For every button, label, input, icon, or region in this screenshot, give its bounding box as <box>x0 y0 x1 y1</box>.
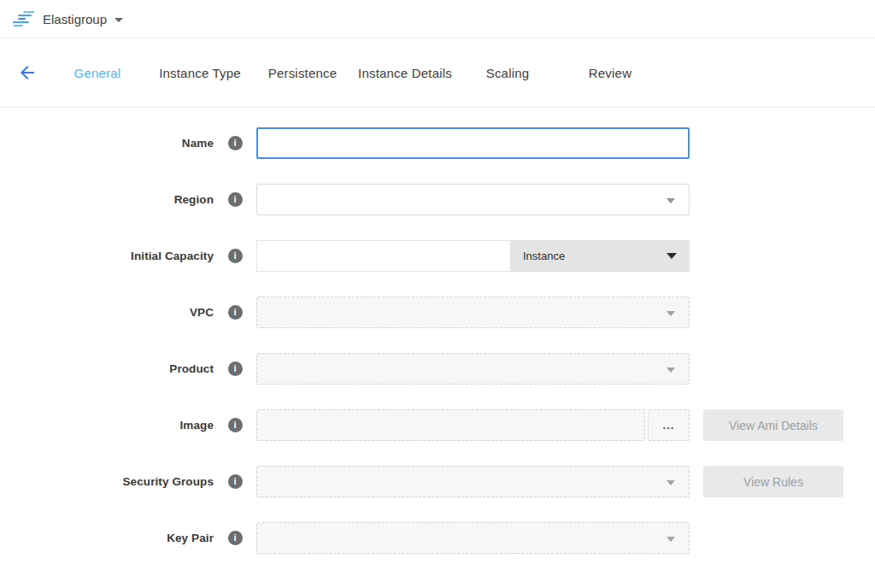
info-icon[interactable]: i <box>228 418 243 432</box>
view-ami-details-button[interactable]: View Ami Details <box>703 409 843 441</box>
chevron-down-icon <box>667 310 675 315</box>
tab-scaling[interactable]: Scaling <box>456 66 559 80</box>
security-groups-select <box>256 466 690 497</box>
tab-general[interactable]: General <box>46 66 149 80</box>
form-row-security-groups: Security Groups i View Rules <box>0 466 875 497</box>
region-label: Region <box>0 193 214 206</box>
app-header: Elastigroup <box>0 0 875 38</box>
form-row-initial-capacity: Initial Capacity i Instance <box>0 240 875 272</box>
tab-persistence[interactable]: Persistence <box>251 66 354 80</box>
chevron-down-icon[interactable] <box>115 18 123 22</box>
name-input[interactable] <box>256 127 690 159</box>
form-row-vpc: VPC i <box>0 297 875 328</box>
initial-capacity-input[interactable] <box>256 240 510 272</box>
back-arrow-icon[interactable] <box>17 62 38 83</box>
name-label: Name <box>0 137 214 150</box>
key-pair-select <box>256 522 690 554</box>
app-title[interactable]: Elastigroup <box>43 12 107 26</box>
form-row-product: Product i <box>0 353 875 385</box>
key-pair-label: Key Pair <box>0 532 214 544</box>
vpc-select <box>256 297 690 328</box>
tab-instance-details[interactable]: Instance Details <box>354 66 456 80</box>
info-icon[interactable]: i <box>228 192 243 207</box>
initial-capacity-label: Initial Capacity <box>0 250 214 262</box>
chevron-down-icon <box>667 253 677 259</box>
info-icon[interactable]: i <box>228 305 243 320</box>
form-row-key-pair: Key Pair i <box>0 522 875 554</box>
region-select[interactable] <box>256 184 690 215</box>
form-row-region: Region i <box>0 184 875 215</box>
tab-review[interactable]: Review <box>559 66 661 80</box>
tab-instance-type[interactable]: Instance Type <box>149 66 251 80</box>
chevron-down-icon <box>667 479 675 485</box>
image-field <box>256 409 645 441</box>
general-form: Name i Region i Initial Capacity i Insta… <box>0 108 875 554</box>
info-icon[interactable]: i <box>228 531 243 545</box>
elastigroup-logo-icon <box>9 10 39 27</box>
vpc-label: VPC <box>0 306 214 319</box>
image-browse-button[interactable]: ... <box>648 409 690 441</box>
info-icon[interactable]: i <box>228 362 243 376</box>
form-row-image: Image i ... View Ami Details <box>0 409 875 441</box>
capacity-unit-select[interactable]: Instance <box>510 240 690 272</box>
view-rules-button[interactable]: View Rules <box>703 466 843 497</box>
info-icon[interactable]: i <box>228 249 243 263</box>
chevron-down-icon <box>667 536 675 541</box>
product-select <box>256 353 690 385</box>
capacity-unit-value: Instance <box>523 250 565 262</box>
form-row-name: Name i <box>0 127 875 159</box>
product-label: Product <box>0 362 214 375</box>
chevron-down-icon <box>667 197 675 203</box>
image-label: Image <box>0 419 214 432</box>
info-icon[interactable]: i <box>228 136 243 150</box>
chevron-down-icon <box>667 367 675 372</box>
info-icon[interactable]: i <box>228 474 243 489</box>
security-groups-label: Security Groups <box>0 475 214 488</box>
wizard-tab-bar: General Instance Type Persistence Instan… <box>0 38 875 108</box>
wizard-tabs: General Instance Type Persistence Instan… <box>46 66 661 80</box>
